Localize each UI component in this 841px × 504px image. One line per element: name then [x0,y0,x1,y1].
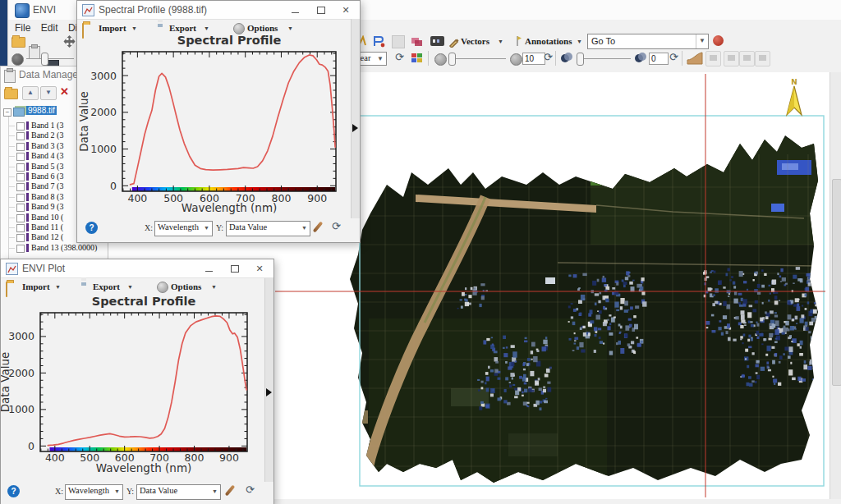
minimize-button[interactable] [283,1,307,19]
band-combination-icon[interactable] [411,52,423,66]
expand-panel-icon[interactable] [266,388,272,396]
band-checkbox[interactable] [16,224,25,232]
minimize-button[interactable] [196,259,221,277]
band-checkbox[interactable] [16,173,25,181]
annotations-menu[interactable]: Annotations [525,36,572,46]
band-label: Band 5 (3 [31,162,63,171]
sharpen-field[interactable]: 0 [649,53,669,65]
data-manager-title: Data Manager [19,69,81,80]
menu-edit[interactable]: Edit [41,22,58,34]
maximize-button[interactable] [223,259,247,277]
draw-pen-icon[interactable] [225,484,236,496]
interpolation-caret-icon[interactable]: ▼ [375,53,386,65]
vectors-menu[interactable]: Vectors [461,36,489,46]
brightness-field[interactable]: 10 [522,53,545,65]
import-menu[interactable]: Import ▼ [6,280,7,293]
goto-value: Go To [591,36,615,46]
band-checkbox[interactable] [16,153,25,161]
vertical-scrollbar[interactable] [830,72,841,499]
plot-refresh-icon[interactable]: ⟳ [246,483,255,497]
brightness-reset-icon[interactable]: ⟳ [544,51,553,64]
band-checkbox[interactable] [16,122,25,131]
sharpen-slider-thumb[interactable] [577,53,584,66]
svg-text:Spectral Profile: Spectral Profile [177,34,282,47]
brightness-slider-track[interactable] [448,58,506,59]
thumbnail-button-disabled [705,51,721,66]
band-row[interactable]: Band 13 (398.0000) [1,243,108,253]
window-title-bar[interactable]: ENVI Plot ✕ [1,259,273,278]
x-field-dropdown[interactable]: Wavelength▼ [65,484,123,500]
sharpen-slider-track[interactable] [577,58,631,59]
svg-text:500: 500 [163,192,183,204]
collapse-all-button[interactable]: ▲ [22,86,39,100]
help-icon[interactable]: ? [85,222,98,234]
dataset-name[interactable]: 9988.tif [26,106,57,115]
envi-logo-icon [15,3,30,18]
band-checkbox[interactable] [16,214,25,222]
collapse-node-icon[interactable]: − [3,108,11,117]
band-checkbox[interactable] [16,234,25,242]
band-label: Band 1 (3 [31,121,63,130]
window-title-bar[interactable]: Spectral Profile (9988.tif) ✕ [77,1,360,20]
svg-text:400: 400 [127,192,147,204]
close-button[interactable]: ✕ [247,259,272,277]
annotation-pin-icon [512,35,523,50]
expand-panel-icon[interactable] [352,124,358,132]
svg-text:0: 0 [28,440,34,452]
band-checkbox[interactable] [16,132,25,140]
close-file-icon[interactable]: ✕ [60,86,69,98]
window-title: Spectral Profile (9988.tif) [99,4,207,16]
zoom-slider-thumb[interactable] [41,53,48,66]
band-color-icon [26,203,29,211]
band-checkbox[interactable] [16,143,25,151]
band-checkbox[interactable] [16,194,25,202]
band-checkbox[interactable] [16,204,25,212]
plot-refresh-icon[interactable]: ⟳ [332,220,341,233]
scrollbar-thumb[interactable] [832,179,841,386]
help-icon[interactable]: ? [7,485,20,497]
vectors-caret-icon[interactable]: ▼ [498,39,503,44]
band-label: Band 8 (3 [31,192,63,201]
interpolation-dropdown[interactable]: Linear ▼ [356,52,387,66]
envi-plot-window: ENVI Plot ✕ Import ▼ Export ▼ Options ▼ … [0,259,274,504]
open-file-icon[interactable] [11,37,25,48]
zoom-slider-track[interactable] [26,58,74,59]
y-field-dropdown[interactable]: Data Value▼ [226,221,310,236]
open-file-icon[interactable] [4,89,18,99]
svg-text:Data Value: Data Value [1,352,11,413]
geo-link-icon[interactable] [713,35,724,46]
y-field-dropdown[interactable]: Data Value▼ [136,484,221,500]
annotations-caret-icon[interactable]: ▼ [577,39,582,44]
menu-file[interactable]: File [15,22,30,34]
refresh-view-icon[interactable]: ⟳ [395,51,404,64]
svg-text:Data Value: Data Value [77,91,90,152]
band-color-icon [26,233,29,241]
svg-text:3000: 3000 [8,330,34,342]
north-arrow-icon: N [787,78,802,115]
svg-text:Wavelength (nm): Wavelength (nm) [182,201,278,214]
menu-bar: File Edit Display [8,20,77,34]
band-color-icon [26,223,29,231]
band-color-icon [26,193,29,201]
band-color-icon [26,213,29,222]
histogram-stretch-icon[interactable] [687,52,703,68]
goto-dropdown-icon[interactable]: ▼ [696,34,708,48]
brightness-slider-thumb[interactable] [448,53,456,66]
band-checkbox[interactable] [16,245,25,253]
band-checkbox[interactable] [16,163,25,172]
band-label: Band 13 (398.0000) [31,243,97,252]
expand-all-button[interactable]: ▼ [40,86,57,100]
raster-series-icon[interactable] [430,36,444,46]
maximize-button[interactable] [309,1,333,19]
band-label: Band 3 (3 [31,141,63,150]
options-icon [157,282,168,293]
goto-combobox[interactable]: Go To ▼ [587,34,709,49]
tree-connector [8,186,15,187]
svg-text:3000: 3000 [90,70,117,82]
close-button[interactable]: ✕ [333,1,358,19]
x-field-dropdown[interactable]: Wavelength▼ [154,221,213,236]
band-checkbox[interactable] [16,183,25,191]
zoom-out-knob-icon[interactable] [11,53,24,66]
draw-pen-icon[interactable] [313,221,324,232]
sharpen-reset-icon[interactable]: ⟳ [669,51,678,64]
